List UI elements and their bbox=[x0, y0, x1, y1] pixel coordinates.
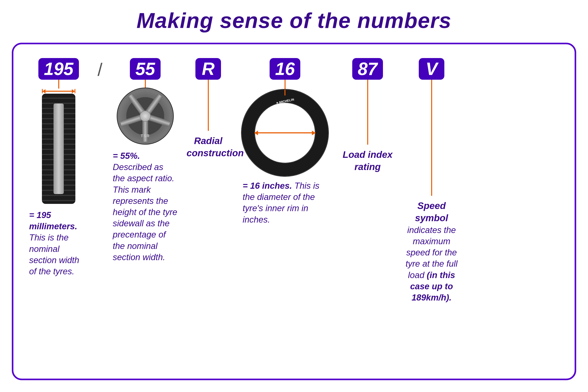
segment-16: 16 ✦ MICHELIN bbox=[234, 56, 336, 225]
desc-V: Speed symbol indicates the maximum speed… bbox=[401, 200, 462, 303]
badge-55: 55 bbox=[130, 58, 160, 80]
vline-55 bbox=[145, 80, 146, 88]
vline-195 bbox=[58, 80, 59, 88]
badge-16: 16 bbox=[270, 58, 300, 80]
badge-V: V bbox=[419, 58, 444, 80]
slash-separator: / bbox=[92, 56, 108, 80]
desc-R: Radial construction bbox=[186, 135, 230, 160]
vline-16-top bbox=[284, 80, 286, 90]
wheel-label: TSR bbox=[141, 134, 150, 138]
segment-R: R Radial construction bbox=[182, 56, 234, 160]
segments-container: 195 = 195 millimeters. bbox=[25, 56, 567, 303]
desc-87: Load index rating bbox=[342, 148, 393, 173]
segment-V: V Speed symbol indicates the maximum spe… bbox=[399, 56, 464, 303]
desc-195: = 195 millimeters. This is the nominal s… bbox=[29, 210, 88, 277]
wheel-image: TSR bbox=[117, 88, 174, 145]
badge-195: 195 bbox=[38, 58, 79, 80]
segment-87: 87 Load index rating bbox=[336, 56, 399, 173]
diameter-arrow bbox=[254, 132, 316, 134]
segment-55: 55 TSR = 55%. Described a bbox=[108, 56, 182, 263]
tyre-side-image bbox=[42, 94, 75, 204]
tyre-ring-container: ✦ MICHELIN bbox=[242, 90, 328, 176]
badge-87: 87 bbox=[352, 58, 383, 80]
badge-R: R bbox=[196, 58, 221, 80]
desc-16: = 16 inches. This is the diameter of the… bbox=[243, 180, 327, 225]
vline-87 bbox=[367, 80, 368, 145]
page-title: Making sense of the numbers bbox=[136, 8, 452, 33]
width-arrow-195 bbox=[42, 88, 75, 94]
desc-55: = 55%. Described as the aspect ratio. Th… bbox=[113, 150, 178, 263]
vline-V bbox=[431, 80, 432, 196]
vline-R bbox=[208, 80, 209, 131]
main-card: 195 = 195 millimeters. bbox=[12, 43, 576, 380]
segment-195: 195 = 195 millimeters. bbox=[25, 56, 92, 277]
